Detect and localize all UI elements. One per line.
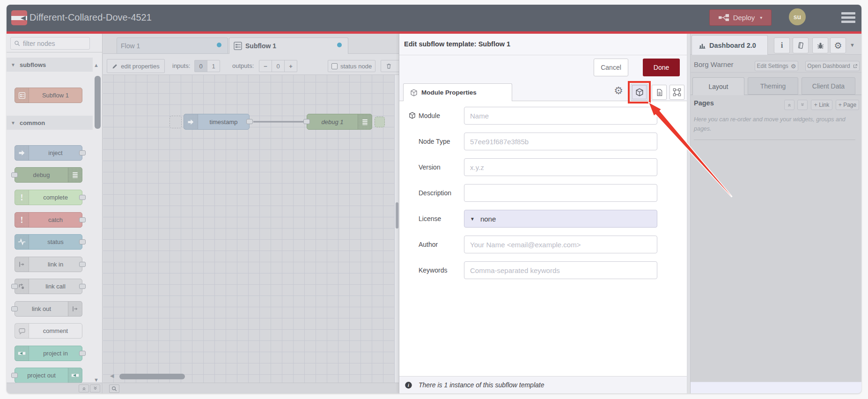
delete-subflow-button[interactable] bbox=[381, 60, 399, 72]
palette-node-link-out[interactable]: link out bbox=[15, 301, 82, 317]
open-dashboard-button[interactable]: Open Dashboard bbox=[805, 61, 860, 71]
palette-node-complete[interactable]: !complete bbox=[15, 190, 82, 205]
deploy-label: Deploy bbox=[733, 14, 755, 22]
sidebar-footer bbox=[691, 382, 861, 393]
node-output-port bbox=[79, 262, 86, 267]
edit-properties-button[interactable]: edit properties bbox=[107, 59, 165, 73]
cancel-button[interactable]: Cancel bbox=[594, 59, 628, 76]
field-input-description[interactable] bbox=[464, 184, 657, 202]
node-output-port[interactable] bbox=[246, 119, 253, 124]
add-link-button[interactable]: + Link bbox=[811, 100, 832, 110]
palette-node-debug[interactable]: debug bbox=[15, 167, 82, 183]
edit-settings-button[interactable]: Edit Settings ⚙ bbox=[755, 61, 798, 71]
main-menu-button[interactable] bbox=[841, 12, 855, 25]
palette-node-label: Subflow 1 bbox=[29, 88, 82, 103]
tab-client-data[interactable]: Client Data bbox=[802, 77, 855, 95]
pages-move-up-button[interactable] bbox=[784, 100, 794, 110]
palette-search-placeholder: filter nodes bbox=[23, 40, 55, 47]
subflow-output-stub[interactable] bbox=[375, 117, 385, 127]
node-output-port bbox=[79, 351, 86, 356]
outputs-minus-button[interactable]: − bbox=[259, 60, 272, 72]
canvas-vscrollbar[interactable] bbox=[396, 202, 398, 229]
add-page-button[interactable]: + Page bbox=[836, 100, 859, 110]
outputs-label: outputs: bbox=[232, 60, 254, 72]
search-icon bbox=[14, 40, 20, 46]
field-label-description: Description bbox=[419, 184, 451, 202]
field-input-node-type[interactable] bbox=[464, 133, 657, 150]
sidebar: Dashboard 2.0 i ⚙ ▼ Borg Warner Edit Set… bbox=[691, 34, 861, 393]
field-input-keywords[interactable] bbox=[464, 261, 657, 279]
tab-layout[interactable]: Layout bbox=[692, 77, 744, 95]
palette-scrollbar[interactable] bbox=[95, 76, 101, 129]
app-header: Different-Collared-Dove-4521 Deploy ▾ su bbox=[7, 5, 861, 31]
palette-search-input[interactable]: filter nodes bbox=[10, 37, 90, 50]
status-node-toggle[interactable]: status node bbox=[328, 60, 375, 72]
deploy-button[interactable]: Deploy ▾ bbox=[709, 9, 772, 26]
module-properties-icon-button[interactable] bbox=[631, 84, 648, 101]
tab-theming[interactable]: Theming bbox=[748, 77, 798, 95]
palette-node-Subflow-1[interactable]: Subflow 1 bbox=[15, 88, 82, 103]
done-button[interactable]: Done bbox=[643, 59, 680, 76]
field-input-author[interactable] bbox=[464, 236, 657, 253]
canvas-node-timestamp[interactable]: timestamp bbox=[184, 114, 250, 130]
user-avatar[interactable]: su bbox=[789, 8, 806, 25]
palette-scroll-down-arrow[interactable]: ▼ bbox=[94, 377, 99, 383]
sidebar-tab-dashboard[interactable]: Dashboard 2.0 bbox=[691, 35, 768, 55]
palette-node-link-in[interactable]: link in bbox=[15, 257, 82, 272]
edit-properties-icon-button[interactable]: ⚙ bbox=[613, 85, 624, 97]
tab-subflow-1[interactable]: Subflow 1 bbox=[229, 37, 348, 54]
inputs-1-button[interactable]: 1 bbox=[207, 60, 220, 72]
cube-icon bbox=[410, 89, 418, 96]
palette-category-common[interactable]: ▼common bbox=[7, 116, 93, 130]
palette-collapse-all-button[interactable] bbox=[79, 384, 89, 392]
palette-category-subflows[interactable]: ▼subflows bbox=[7, 58, 93, 72]
field-label-node-type: Node Type bbox=[419, 133, 450, 150]
node-input-port[interactable] bbox=[303, 119, 310, 124]
palette-category-label: subflows bbox=[20, 61, 46, 68]
palette-scroll-up-arrow[interactable]: ▲ bbox=[94, 62, 99, 68]
config-tab-button[interactable]: ⚙ bbox=[830, 37, 846, 53]
palette-node-catch[interactable]: !catch bbox=[15, 212, 82, 228]
sidebar-separator[interactable] bbox=[687, 34, 691, 393]
field-input-version[interactable] bbox=[464, 158, 657, 176]
palette-node-link-call[interactable]: link call bbox=[15, 279, 82, 294]
debug-tab-button[interactable] bbox=[812, 37, 828, 53]
tab-module-properties[interactable]: Module Properties bbox=[403, 83, 512, 101]
field-input-module[interactable] bbox=[464, 107, 657, 125]
info-tab-button[interactable]: i bbox=[774, 37, 790, 53]
inject-icon bbox=[15, 146, 29, 160]
tab-subflow-1-unsaved-dot bbox=[337, 43, 342, 47]
palette-node-comment[interactable]: comment bbox=[15, 323, 82, 339]
pages-help-text: Here you can re-order and move your widg… bbox=[694, 115, 855, 133]
pencil-icon bbox=[112, 63, 118, 69]
subflow-tab-icon bbox=[233, 41, 243, 51]
palette-node-project-in[interactable]: project in bbox=[15, 346, 82, 361]
inputs-0-button[interactable]: 0 bbox=[194, 60, 207, 72]
appearance-icon-button[interactable] bbox=[669, 85, 684, 100]
dialog-header-divider bbox=[399, 55, 687, 55]
node-output-port bbox=[79, 195, 86, 200]
outputs-plus-button[interactable]: + bbox=[284, 60, 297, 72]
status-node-checkbox[interactable] bbox=[331, 63, 338, 69]
deploy-dropdown-icon[interactable]: ▾ bbox=[760, 15, 762, 20]
field-label-license: License bbox=[419, 210, 441, 228]
canvas-node-label: timestamp bbox=[198, 114, 249, 129]
palette-node-inject[interactable]: inject bbox=[15, 145, 82, 161]
catch-icon: ! bbox=[15, 213, 29, 227]
palette-expand-all-button[interactable] bbox=[90, 384, 100, 392]
palette-node-status[interactable]: status bbox=[15, 234, 82, 250]
subflow-toolbar: edit properties inputs: 0 1 outputs: − 0… bbox=[103, 54, 399, 75]
canvas-node-debug-1[interactable]: debug 1 bbox=[307, 114, 372, 130]
pages-move-down-button[interactable] bbox=[797, 100, 808, 110]
tab-flow-1[interactable]: Flow 1 bbox=[117, 37, 228, 54]
palette-node-label: project in bbox=[29, 346, 82, 361]
search-flows-button[interactable] bbox=[109, 384, 119, 393]
sidebar-tabs-dropdown[interactable]: ▼ bbox=[850, 42, 855, 48]
chevron-down-icon: ▼ bbox=[11, 120, 15, 126]
palette-node-project-out[interactable]: project out bbox=[15, 368, 82, 383]
inputs-label: inputs: bbox=[172, 60, 190, 72]
palette-category-label: common bbox=[20, 119, 45, 126]
field-select-license[interactable]: ▼none bbox=[464, 210, 657, 228]
description-icon-button[interactable] bbox=[652, 85, 667, 100]
help-tab-button[interactable] bbox=[793, 37, 809, 53]
